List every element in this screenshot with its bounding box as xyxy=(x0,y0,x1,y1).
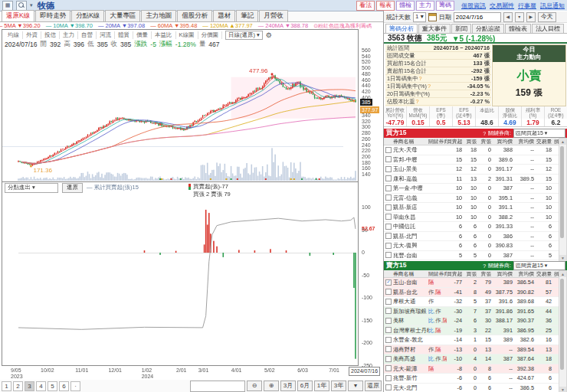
table-row[interactable]: 元大-復興660390.83--6-4 xyxy=(384,241,559,251)
table-row[interactable]: 美商高盛比,作,隔-10414387387.64183 xyxy=(384,354,559,364)
chart-tool-item[interactable]: 自營 xyxy=(78,31,97,39)
row-checkbox[interactable] xyxy=(385,384,392,390)
row-checkbox[interactable] xyxy=(385,299,392,305)
row-checkbox[interactable] xyxy=(385,252,392,258)
row-checkbox[interactable] xyxy=(385,204,392,211)
column-header[interactable]: 買賣超 xyxy=(447,270,464,277)
row-checkbox[interactable] xyxy=(385,289,392,295)
help-icon[interactable]: ? xyxy=(419,75,422,82)
sell-table-scrollbar[interactable]: ▲▼ xyxy=(559,270,567,392)
date-more-button[interactable]: ▾ xyxy=(515,12,524,22)
left-tab[interactable]: 大量專區 xyxy=(105,10,140,21)
table-row[interactable]: 新加坡商瑞銀比,作-30737391.86391.654420 xyxy=(384,307,559,317)
date-next-button[interactable]: ▶ xyxy=(526,12,536,22)
table-row[interactable]: 第一金-中壢10100387--10-2 xyxy=(384,184,559,194)
page-button[interactable]: · xyxy=(70,381,80,391)
chart-tool-item[interactable]: 河流 xyxy=(97,31,115,39)
help-icon[interactable]: ? xyxy=(483,263,486,269)
topbar-button[interactable]: 報表 xyxy=(376,1,395,11)
analysis-tab[interactable]: 法人目標 xyxy=(532,24,564,33)
scroll-up-icon[interactable]: ▲ xyxy=(559,271,566,277)
analysis-tab[interactable]: 籌碼分析 xyxy=(385,24,418,33)
row-checkbox[interactable] xyxy=(385,233,392,239)
chevron-down-icon[interactable]: ▾ xyxy=(30,2,33,8)
row-checkbox[interactable] xyxy=(385,156,392,162)
left-tab[interactable]: 月營收 xyxy=(259,10,288,21)
buy-table-scrollbar[interactable]: ▲▼ xyxy=(559,138,567,262)
left-tab[interactable]: 筆記 xyxy=(236,10,258,21)
topbar-link[interactable]: 行事曆 xyxy=(518,2,536,10)
help-icon[interactable]: ? xyxy=(415,98,418,105)
scroll-down-icon[interactable]: ▼ xyxy=(559,255,566,261)
column-header[interactable]: 關鍵券商 xyxy=(428,138,447,145)
analysis-tab[interactable]: 重大事件 xyxy=(418,24,451,33)
table-row[interactable]: 中國信託660391.33--6-4 xyxy=(384,222,559,232)
page-button[interactable]: 4 xyxy=(36,381,46,391)
topbar-link[interactable]: 訊息通知 xyxy=(540,2,565,10)
buy-filter-select[interactable]: 區間買超15 ▾ xyxy=(513,129,565,138)
table-row[interactable]: 玉山-景美12120391.17--12-7 xyxy=(384,165,559,175)
table-row[interactable]: 華南永昌10100388.2--10-3 xyxy=(384,213,559,223)
stat-days-select[interactable]: 1 ▾ xyxy=(413,12,426,22)
table-row[interactable]: 兆豐-新竹-606--424.67618 xyxy=(384,374,559,384)
row-checkbox[interactable] xyxy=(385,194,392,201)
scroll-thumb[interactable] xyxy=(560,279,564,370)
chart-tool-item[interactable]: 主力 xyxy=(60,31,78,39)
calendar-icon[interactable] xyxy=(428,13,437,21)
table-row[interactable]: ✓玉山-台南隔-77279389386.548111 xyxy=(384,278,559,288)
left-tab[interactable]: 主力地圖 xyxy=(141,10,176,21)
help-icon[interactable]: ? xyxy=(483,131,486,136)
column-header[interactable]: 買賣超 xyxy=(447,138,464,145)
date-prev-button[interactable]: ◀ xyxy=(503,12,513,22)
table-row[interactable]: 港商野村作,隔-13013--389.54136 xyxy=(384,345,559,355)
column-header[interactable]: 賣均價 xyxy=(515,270,536,277)
range-more-button[interactable]: ▾ xyxy=(348,381,363,391)
row-checkbox[interactable] xyxy=(385,327,392,333)
range-reset-button[interactable]: 還原 xyxy=(365,381,382,391)
topbar-button[interactable]: 籌碼 xyxy=(436,1,454,11)
row-checkbox[interactable] xyxy=(385,166,392,172)
row-checkbox[interactable] xyxy=(385,365,392,371)
column-header[interactable]: 買張 xyxy=(464,138,479,145)
scroll-up-icon[interactable]: ▲ xyxy=(559,139,566,145)
page-button[interactable]: 6 xyxy=(59,381,69,391)
table-row[interactable]: 凱基-新店10100391.1--10-6 xyxy=(384,203,559,213)
analysis-tab[interactable]: 新聞 xyxy=(451,24,471,33)
row-checkbox[interactable] xyxy=(385,175,392,181)
topbar-button[interactable]: 體檢 xyxy=(396,1,415,11)
row-checkbox[interactable]: ✓ xyxy=(385,279,392,286)
page-button[interactable]: 1 xyxy=(2,381,11,391)
table-row[interactable]: 凱基-台北作,隔-41849387.75390.825726 xyxy=(384,288,559,298)
scroll-thumb[interactable] xyxy=(560,146,564,238)
chart-range-input[interactable] xyxy=(190,381,245,392)
period-select[interactable]: 日線(還原) ▾ xyxy=(225,31,263,40)
left-tab[interactable]: 個股分析 xyxy=(177,10,212,21)
topbar-button[interactable]: 主力 xyxy=(416,1,434,11)
left-tab[interactable]: 即時走勢 xyxy=(35,10,70,21)
topbar-button[interactable]: 看法 xyxy=(356,1,375,11)
chart-tool-item[interactable]: 分價圖 xyxy=(198,31,223,39)
column-header[interactable]: 賣張 xyxy=(479,138,493,145)
table-row[interactable]: 凱基-北門660386--6-1 xyxy=(384,232,559,242)
column-header[interactable]: 買張 xyxy=(464,270,479,277)
row-checkbox[interactable] xyxy=(385,346,392,352)
range-button[interactable]: 3月 xyxy=(280,381,296,391)
column-header[interactable]: 券商名稱 xyxy=(393,138,428,145)
sell-filter-select[interactable]: 區間賣超15 ▾ xyxy=(513,261,565,270)
table-row[interactable]: 台灣摩根士丹利比,隔-19322391386.95252 xyxy=(384,326,559,336)
left-tab[interactable]: 題材 xyxy=(213,10,235,21)
table-row[interactable]: 康和-嘉義11132391.31389.515-7 xyxy=(384,175,559,185)
table-row[interactable]: 永豐金-敦北-14115389382.61611 xyxy=(384,335,559,345)
restore-button[interactable]: 還原 xyxy=(62,183,83,193)
table-row[interactable]: 富邦-中壢15150389.6--15-7 xyxy=(384,155,559,165)
zoom-out-button[interactable]: ⊖ xyxy=(247,381,262,391)
column-checkbox[interactable] xyxy=(384,138,393,145)
table-row[interactable]: 元富-信義10100395.1--10-10 xyxy=(384,194,559,204)
gear-icon[interactable]: ⚙ xyxy=(266,31,272,39)
row-checkbox[interactable] xyxy=(385,224,392,230)
left-tab[interactable]: 分點K線 xyxy=(71,10,104,21)
column-header[interactable]: 券商名稱 xyxy=(393,270,428,277)
row-checkbox[interactable] xyxy=(385,375,392,381)
column-header[interactable]: 買均價 xyxy=(493,138,515,145)
table-row[interactable]: 摩根大通作-32537391.6389.684214 xyxy=(384,297,559,307)
